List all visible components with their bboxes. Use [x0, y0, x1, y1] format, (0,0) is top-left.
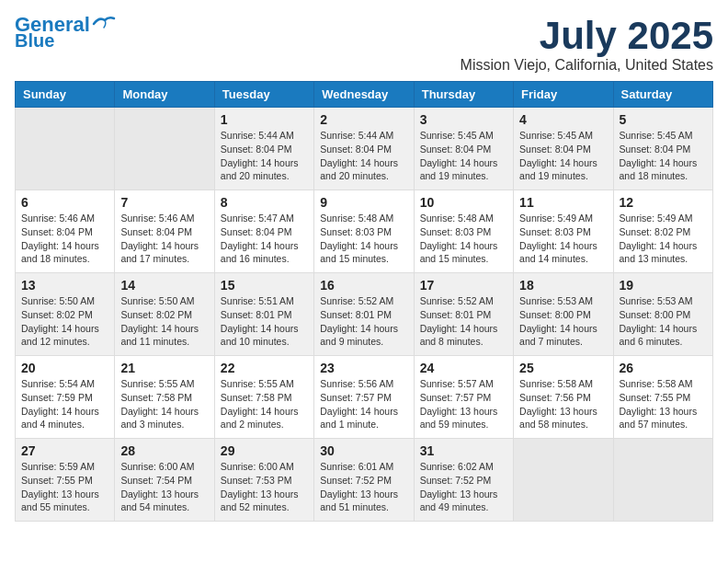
title-area: July 2025 Mission Viejo, California, Uni… — [461, 15, 713, 74]
calendar-cell: 4Sunrise: 5:45 AM Sunset: 8:04 PM Daylig… — [514, 108, 613, 190]
day-number: 3 — [420, 112, 507, 127]
day-number: 9 — [320, 195, 407, 210]
day-number: 6 — [21, 195, 108, 210]
calendar-cell: 22Sunrise: 5:55 AM Sunset: 7:58 PM Dayli… — [214, 356, 313, 439]
calendar-cell: 15Sunrise: 5:51 AM Sunset: 8:01 PM Dayli… — [214, 273, 313, 356]
location-subtitle: Mission Viejo, California, United States — [461, 57, 713, 74]
logo-bird-icon — [92, 15, 116, 31]
day-number: 16 — [320, 278, 407, 293]
day-number: 8 — [221, 195, 308, 210]
cell-content: Sunrise: 5:50 AM Sunset: 8:02 PM Dayligh… — [21, 294, 108, 349]
weekday-header-friday: Friday — [514, 82, 613, 108]
day-number: 25 — [519, 361, 607, 375]
calendar-cell: 19Sunrise: 5:53 AM Sunset: 8:00 PM Dayli… — [613, 273, 712, 356]
cell-content: Sunrise: 5:46 AM Sunset: 8:04 PM Dayligh… — [120, 212, 208, 266]
calendar-cell: 28Sunrise: 6:00 AM Sunset: 7:54 PM Dayli… — [115, 439, 214, 522]
cell-content: Sunrise: 5:53 AM Sunset: 8:00 PM Dayligh… — [620, 294, 707, 349]
day-number: 31 — [420, 443, 507, 458]
calendar-cell: 26Sunrise: 5:58 AM Sunset: 7:55 PM Dayli… — [613, 356, 712, 439]
cell-content: Sunrise: 5:55 AM Sunset: 7:58 PM Dayligh… — [221, 377, 308, 431]
cell-content: Sunrise: 5:49 AM Sunset: 8:03 PM Dayligh… — [519, 212, 607, 266]
cell-content: Sunrise: 6:02 AM Sunset: 7:52 PM Dayligh… — [420, 460, 507, 514]
cell-content: Sunrise: 5:52 AM Sunset: 8:01 PM Dayligh… — [420, 294, 507, 349]
calendar-cell: 24Sunrise: 5:57 AM Sunset: 7:57 PM Dayli… — [414, 356, 513, 439]
page-header: General Blue July 2025 Mission Viejo, Ca… — [15, 15, 713, 74]
cell-content: Sunrise: 5:44 AM Sunset: 8:04 PM Dayligh… — [320, 129, 407, 183]
calendar-cell: 5Sunrise: 5:45 AM Sunset: 8:04 PM Daylig… — [613, 108, 712, 190]
weekday-header-monday: Monday — [115, 82, 214, 108]
cell-content: Sunrise: 5:48 AM Sunset: 8:03 PM Dayligh… — [320, 212, 407, 266]
cell-content: Sunrise: 5:45 AM Sunset: 8:04 PM Dayligh… — [420, 129, 507, 183]
calendar-week-row: 13Sunrise: 5:50 AM Sunset: 8:02 PM Dayli… — [16, 273, 713, 356]
day-number: 23 — [320, 361, 407, 375]
cell-content: Sunrise: 5:52 AM Sunset: 8:01 PM Dayligh… — [320, 294, 407, 349]
day-number: 7 — [120, 195, 208, 210]
calendar-cell: 6Sunrise: 5:46 AM Sunset: 8:04 PM Daylig… — [16, 190, 115, 273]
calendar-header-row: SundayMondayTuesdayWednesdayThursdayFrid… — [16, 82, 713, 108]
calendar-cell: 23Sunrise: 5:56 AM Sunset: 7:57 PM Dayli… — [314, 356, 414, 439]
cell-content: Sunrise: 5:58 AM Sunset: 7:56 PM Dayligh… — [519, 377, 607, 431]
weekday-header-saturday: Saturday — [613, 82, 712, 108]
cell-content: Sunrise: 5:53 AM Sunset: 8:00 PM Dayligh… — [519, 294, 607, 349]
day-number: 27 — [21, 443, 108, 458]
cell-content: Sunrise: 5:45 AM Sunset: 8:04 PM Dayligh… — [620, 129, 707, 183]
calendar-cell: 2Sunrise: 5:44 AM Sunset: 8:04 PM Daylig… — [314, 108, 414, 190]
logo: General Blue — [15, 15, 116, 50]
cell-content: Sunrise: 6:01 AM Sunset: 7:52 PM Dayligh… — [320, 460, 407, 514]
calendar-week-row: 1Sunrise: 5:44 AM Sunset: 8:04 PM Daylig… — [16, 108, 713, 190]
calendar-cell: 21Sunrise: 5:55 AM Sunset: 7:58 PM Dayli… — [115, 356, 214, 439]
calendar-cell: 1Sunrise: 5:44 AM Sunset: 8:04 PM Daylig… — [214, 108, 313, 190]
calendar-cell — [115, 108, 214, 190]
day-number: 22 — [221, 361, 308, 375]
cell-content: Sunrise: 6:00 AM Sunset: 7:54 PM Dayligh… — [120, 460, 208, 514]
day-number: 11 — [519, 195, 607, 210]
day-number: 5 — [620, 112, 707, 127]
calendar-week-row: 20Sunrise: 5:54 AM Sunset: 7:59 PM Dayli… — [16, 356, 713, 439]
calendar-cell — [613, 439, 712, 522]
day-number: 12 — [620, 195, 707, 210]
calendar-cell: 9Sunrise: 5:48 AM Sunset: 8:03 PM Daylig… — [314, 190, 414, 273]
day-number: 15 — [221, 278, 308, 293]
month-year-title: July 2025 — [461, 15, 713, 57]
cell-content: Sunrise: 5:48 AM Sunset: 8:03 PM Dayligh… — [420, 212, 507, 266]
calendar-cell: 11Sunrise: 5:49 AM Sunset: 8:03 PM Dayli… — [514, 190, 613, 273]
calendar-cell: 13Sunrise: 5:50 AM Sunset: 8:02 PM Dayli… — [16, 273, 115, 356]
calendar-cell: 16Sunrise: 5:52 AM Sunset: 8:01 PM Dayli… — [314, 273, 414, 356]
day-number: 2 — [320, 112, 407, 127]
cell-content: Sunrise: 5:50 AM Sunset: 8:02 PM Dayligh… — [120, 294, 208, 349]
cell-content: Sunrise: 5:54 AM Sunset: 7:59 PM Dayligh… — [21, 377, 108, 431]
calendar-cell: 3Sunrise: 5:45 AM Sunset: 8:04 PM Daylig… — [414, 108, 513, 190]
calendar-table: SundayMondayTuesdayWednesdayThursdayFrid… — [15, 81, 713, 522]
cell-content: Sunrise: 5:47 AM Sunset: 8:04 PM Dayligh… — [221, 212, 308, 266]
weekday-header-wednesday: Wednesday — [314, 82, 414, 108]
calendar-cell: 30Sunrise: 6:01 AM Sunset: 7:52 PM Dayli… — [314, 439, 414, 522]
calendar-cell: 29Sunrise: 6:00 AM Sunset: 7:53 PM Dayli… — [214, 439, 313, 522]
calendar-cell: 31Sunrise: 6:02 AM Sunset: 7:52 PM Dayli… — [414, 439, 513, 522]
cell-content: Sunrise: 5:45 AM Sunset: 8:04 PM Dayligh… — [519, 129, 607, 183]
cell-content: Sunrise: 5:46 AM Sunset: 8:04 PM Dayligh… — [21, 212, 108, 266]
weekday-header-tuesday: Tuesday — [214, 82, 313, 108]
weekday-header-thursday: Thursday — [414, 82, 513, 108]
calendar-cell: 27Sunrise: 5:59 AM Sunset: 7:55 PM Dayli… — [16, 439, 115, 522]
calendar-week-row: 27Sunrise: 5:59 AM Sunset: 7:55 PM Dayli… — [16, 439, 713, 522]
calendar-cell: 12Sunrise: 5:49 AM Sunset: 8:02 PM Dayli… — [613, 190, 712, 273]
day-number: 21 — [120, 361, 208, 375]
day-number: 14 — [120, 278, 208, 293]
cell-content: Sunrise: 5:49 AM Sunset: 8:02 PM Dayligh… — [620, 212, 707, 266]
day-number: 13 — [21, 278, 108, 293]
day-number: 26 — [620, 361, 707, 375]
day-number: 17 — [420, 278, 507, 293]
calendar-cell: 18Sunrise: 5:53 AM Sunset: 8:00 PM Dayli… — [514, 273, 613, 356]
logo-line2: Blue — [15, 31, 54, 50]
day-number: 30 — [320, 443, 407, 458]
day-number: 4 — [519, 112, 607, 127]
calendar-cell: 25Sunrise: 5:58 AM Sunset: 7:56 PM Dayli… — [514, 356, 613, 439]
calendar-cell — [16, 108, 115, 190]
cell-content: Sunrise: 5:44 AM Sunset: 8:04 PM Dayligh… — [221, 129, 308, 183]
cell-content: Sunrise: 5:59 AM Sunset: 7:55 PM Dayligh… — [21, 460, 108, 514]
day-number: 1 — [221, 112, 308, 127]
cell-content: Sunrise: 5:51 AM Sunset: 8:01 PM Dayligh… — [221, 294, 308, 349]
day-number: 18 — [519, 278, 607, 293]
day-number: 28 — [120, 443, 208, 458]
calendar-cell: 10Sunrise: 5:48 AM Sunset: 8:03 PM Dayli… — [414, 190, 513, 273]
